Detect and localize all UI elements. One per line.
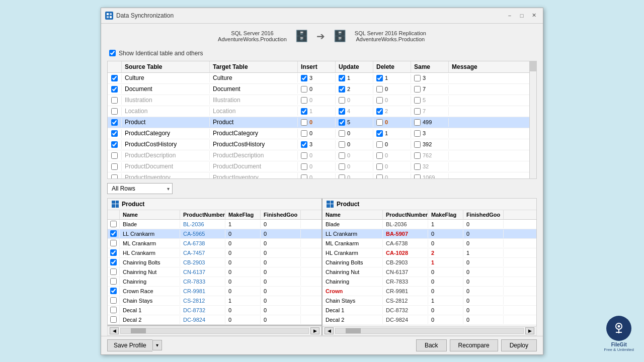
delete-checkbox[interactable] [376, 75, 383, 81]
update-checkbox[interactable] [339, 163, 345, 170]
bottom-left-row[interactable]: Crown Race CR-9981 0 0 [108, 287, 321, 296]
same-checkbox[interactable] [414, 108, 421, 115]
bottom-left-row[interactable]: LL Crankarm CA-5965 0 0 [108, 229, 321, 239]
same-checkbox[interactable] [414, 130, 421, 137]
bl-checkbox[interactable] [110, 307, 117, 313]
insert-checkbox[interactable] [301, 130, 307, 137]
top-table-row[interactable]: Illustration Illustration 0 0 0 5 [108, 95, 529, 106]
row-checkbox[interactable] [111, 86, 118, 93]
bl-checkbox[interactable] [110, 268, 117, 275]
top-table-row[interactable]: Culture Culture 3 1 1 3 [108, 73, 529, 84]
top-table-row[interactable]: ProductCategory ProductCategory 0 0 1 3 [108, 128, 529, 139]
bottom-right-row[interactable]: Chainring Bolts CB-2903 1 0 [323, 258, 536, 267]
bottom-right-row[interactable]: Chain Stays CS-2812 1 0 [323, 296, 536, 306]
bl-checkbox[interactable] [110, 288, 117, 294]
insert-checkbox[interactable] [301, 152, 307, 159]
update-checkbox[interactable] [339, 119, 345, 126]
bottom-right-row[interactable]: Chainring CR-7833 0 0 [323, 277, 536, 287]
insert-checkbox[interactable] [301, 141, 307, 148]
bottom-right-row[interactable]: ML Crankarm CA-6738 0 0 [323, 239, 536, 248]
row-checkbox[interactable] [111, 174, 118, 178]
row-checkbox[interactable] [111, 130, 118, 137]
maximize-button[interactable]: □ [517, 11, 527, 20]
deploy-button[interactable]: Deploy [501, 339, 537, 351]
bl-checkbox[interactable] [110, 221, 117, 227]
minimize-button[interactable]: − [505, 11, 515, 20]
bottom-right-row[interactable]: HL Crankarm CA-1028 2 1 [323, 248, 536, 258]
same-checkbox[interactable] [414, 119, 421, 126]
bl-checkbox[interactable] [110, 249, 117, 256]
insert-checkbox[interactable] [301, 108, 307, 115]
bottom-left-row[interactable]: Decal 2 DC-9824 0 0 [108, 315, 321, 325]
row-checkbox[interactable] [111, 97, 118, 104]
delete-checkbox[interactable] [376, 86, 383, 93]
save-profile-dropdown-button[interactable]: ▾ [152, 340, 162, 350]
filter-select[interactable]: All RowsDifferent RowsSame RowsInsert Ro… [107, 183, 173, 194]
insert-checkbox[interactable] [301, 163, 307, 170]
update-checkbox[interactable] [339, 152, 345, 159]
row-checkbox[interactable] [111, 152, 118, 159]
row-checkbox[interactable] [111, 108, 118, 115]
bottom-right-row[interactable]: LL Crankarm BA-5907 0 0 [323, 229, 536, 239]
row-checkbox[interactable] [111, 141, 118, 148]
delete-checkbox[interactable] [376, 174, 383, 178]
same-checkbox[interactable] [414, 163, 421, 170]
delete-checkbox[interactable] [376, 141, 383, 148]
bottom-left-row[interactable]: Chainring Bolts CB-2903 0 0 [108, 258, 321, 267]
bl-checkbox[interactable] [110, 316, 117, 323]
show-identical-checkbox[interactable] [109, 50, 116, 56]
update-checkbox[interactable] [339, 130, 345, 137]
recompare-button[interactable]: Recompare [450, 339, 498, 351]
delete-checkbox[interactable] [376, 152, 383, 159]
insert-checkbox[interactable] [301, 119, 307, 126]
bl-checkbox[interactable] [110, 278, 117, 285]
bottom-right-row[interactable]: Crown CR-9981 0 0 [323, 287, 536, 296]
bottom-left-row[interactable]: ML Crankarm CA-6738 0 0 [108, 239, 321, 248]
same-checkbox[interactable] [414, 152, 421, 159]
scroll-right3-btn[interactable]: ▶ [525, 327, 534, 334]
update-checkbox[interactable] [339, 97, 345, 104]
bottom-left-row[interactable]: Chainring Nut CN-6137 0 0 [108, 267, 321, 277]
top-table-row[interactable]: ProductInventory ProductInventory 0 0 0 … [108, 172, 529, 178]
bottom-left-row[interactable]: Decal 1 DC-8732 0 0 [108, 306, 321, 315]
top-table-row[interactable]: ProductCostHistory ProductCostHistory 3 … [108, 139, 529, 150]
top-table-row[interactable]: ProductDescription ProductDescription 0 … [108, 150, 529, 161]
bl-checkbox[interactable] [110, 230, 117, 237]
same-checkbox[interactable] [414, 97, 421, 104]
update-checkbox[interactable] [339, 141, 345, 148]
bottom-right-row[interactable]: Decal 2 DC-9824 0 0 [323, 315, 536, 325]
bottom-right-row[interactable]: Chainring Nut CN-6137 0 0 [323, 267, 536, 277]
scroll-left-track[interactable] [120, 328, 309, 334]
update-checkbox[interactable] [339, 174, 345, 178]
update-checkbox[interactable] [339, 75, 345, 81]
insert-checkbox[interactable] [301, 174, 307, 178]
top-table-row[interactable]: Product Product 0 5 0 499 [108, 117, 529, 128]
same-checkbox[interactable] [414, 174, 421, 178]
scroll-right2-btn[interactable]: ◀ [325, 327, 334, 334]
top-table-row[interactable]: Location Location 1 4 2 7 [108, 106, 529, 117]
same-checkbox[interactable] [414, 75, 421, 81]
top-table-row[interactable]: Document Document 0 2 0 7 [108, 84, 529, 95]
update-checkbox[interactable] [339, 108, 345, 115]
back-button[interactable]: Back [416, 339, 447, 351]
scroll-right-btn[interactable]: ▶ [310, 327, 319, 334]
bottom-left-row[interactable]: HL Crankarm CA-7457 0 0 [108, 248, 321, 258]
same-checkbox[interactable] [414, 141, 421, 148]
bottom-left-row[interactable]: Chain Stays CS-2812 1 0 [108, 296, 321, 306]
delete-checkbox[interactable] [376, 97, 383, 104]
delete-checkbox[interactable] [376, 163, 383, 170]
delete-checkbox[interactable] [376, 119, 383, 126]
save-profile-button[interactable]: Save Profile [107, 339, 152, 351]
close-button[interactable]: ✕ [529, 11, 539, 20]
bottom-left-row[interactable]: Chainring CR-7833 0 0 [108, 277, 321, 287]
row-checkbox[interactable] [111, 75, 118, 81]
top-table-row[interactable]: ProductDocument ProductDocument 0 0 0 32 [108, 161, 529, 172]
insert-checkbox[interactable] [301, 97, 307, 104]
update-checkbox[interactable] [339, 86, 345, 93]
scroll-left-btn[interactable]: ◀ [110, 327, 119, 334]
delete-checkbox[interactable] [376, 108, 383, 115]
row-checkbox[interactable] [111, 119, 118, 126]
bottom-right-row[interactable]: Decal 1 DC-8732 0 0 [323, 306, 536, 315]
row-checkbox[interactable] [111, 163, 118, 170]
top-table-scrollbar[interactable] [529, 61, 536, 178]
